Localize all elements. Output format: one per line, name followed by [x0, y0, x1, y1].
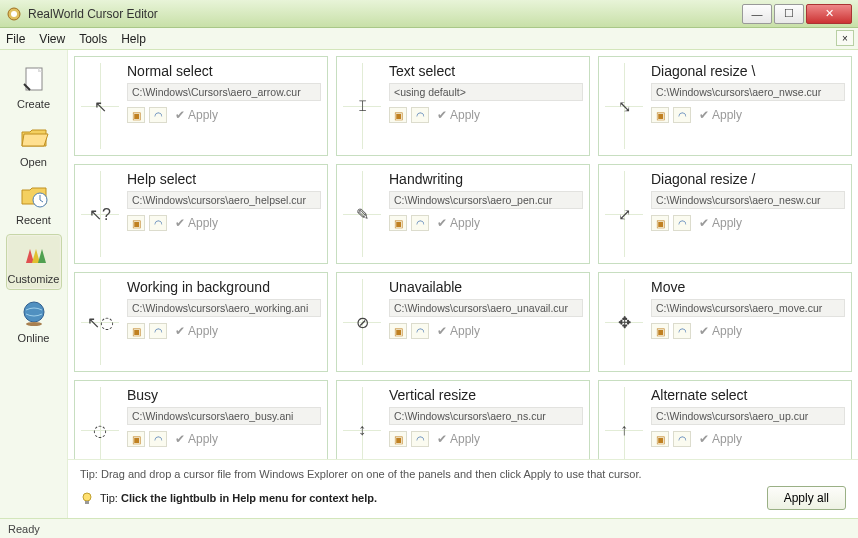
apply-button[interactable]: ✔ Apply	[175, 108, 218, 122]
apply-button[interactable]: ✔ Apply	[175, 216, 218, 230]
reset-icon[interactable]: ◠	[149, 431, 167, 447]
cursor-path[interactable]: C:\Windows\cursors\aero_helpsel.cur	[127, 191, 321, 209]
check-icon: ✔	[437, 108, 447, 122]
cursor-panel[interactable]: ✎ Handwriting C:\Windows\cursors\aero_pe…	[336, 164, 590, 264]
cursor-panel[interactable]: ⤡ Diagonal resize \ C:\Windows\cursors\a…	[598, 56, 852, 156]
sidebar-label: Open	[20, 156, 47, 168]
menu-help[interactable]: Help	[121, 32, 146, 46]
apply-button[interactable]: ✔ Apply	[699, 108, 742, 122]
browse-icon[interactable]: ▣	[127, 107, 145, 123]
apply-button[interactable]: ✔ Apply	[175, 324, 218, 338]
close-button[interactable]: ✕	[806, 4, 852, 24]
menu-view[interactable]: View	[39, 32, 65, 46]
cursor-preview: ◌	[81, 387, 119, 459]
cursor-path[interactable]: C:\Windows\cursors\aero_up.cur	[651, 407, 845, 425]
cursor-panel[interactable]: ↖? Help select C:\Windows\cursors\aero_h…	[74, 164, 328, 264]
cursor-panel[interactable]: ✥ Move C:\Windows\cursors\aero_move.cur …	[598, 272, 852, 372]
apply-button[interactable]: ✔ Apply	[437, 432, 480, 446]
apply-button[interactable]: ✔ Apply	[437, 324, 480, 338]
browse-icon[interactable]: ▣	[651, 215, 669, 231]
reset-icon[interactable]: ◠	[673, 323, 691, 339]
sidebar-item-recent[interactable]: Recent	[6, 176, 62, 230]
apply-button[interactable]: ✔ Apply	[699, 324, 742, 338]
sidebar-item-create[interactable]: Create	[6, 60, 62, 114]
cursor-path[interactable]: C:\Windows\cursors\aero_nwse.cur	[651, 83, 845, 101]
cursor-path[interactable]: C:\Windows\cursors\aero_nesw.cur	[651, 191, 845, 209]
check-icon: ✔	[699, 324, 709, 338]
browse-icon[interactable]: ▣	[651, 431, 669, 447]
menu-file[interactable]: File	[6, 32, 25, 46]
cursor-path[interactable]: C:\Windows\cursors\aero_pen.cur	[389, 191, 583, 209]
cursor-path[interactable]: C:\Windows\cursors\aero_busy.ani	[127, 407, 321, 425]
cursor-preview: ✥	[605, 279, 643, 365]
reset-icon[interactable]: ◠	[411, 215, 429, 231]
app-icon	[6, 6, 22, 22]
cursor-path[interactable]: C:\Windows\cursors\aero_ns.cur	[389, 407, 583, 425]
sidebar-item-online[interactable]: Online	[6, 294, 62, 348]
cursor-preview: ⤢	[605, 171, 643, 257]
browse-icon[interactable]: ▣	[389, 431, 407, 447]
reset-icon[interactable]: ◠	[411, 431, 429, 447]
reset-icon[interactable]: ◠	[673, 431, 691, 447]
reset-icon[interactable]: ◠	[673, 215, 691, 231]
cursor-path[interactable]: C:\Windows\cursors\aero_working.ani	[127, 299, 321, 317]
check-icon: ✔	[175, 432, 185, 446]
cursor-glyph: ✥	[618, 313, 631, 332]
cursor-path[interactable]: C:\Windows\cursors\aero_unavail.cur	[389, 299, 583, 317]
cursor-panel[interactable]: 𝙸 Text select <using default> ▣ ◠ ✔ Appl…	[336, 56, 590, 156]
check-icon: ✔	[437, 324, 447, 338]
reset-icon[interactable]: ◠	[411, 323, 429, 339]
svg-rect-7	[85, 501, 89, 504]
cursor-glyph: ↕	[358, 421, 366, 439]
menu-tools[interactable]: Tools	[79, 32, 107, 46]
title-bar: RealWorld Cursor Editor — ☐ ✕	[0, 0, 858, 28]
apply-button[interactable]: ✔ Apply	[175, 432, 218, 446]
panel-title: Working in background	[127, 279, 321, 295]
cursor-panel[interactable]: ↖◌ Working in background C:\Windows\curs…	[74, 272, 328, 372]
cursor-path[interactable]: C:\Windows\cursors\aero_move.cur	[651, 299, 845, 317]
window-title: RealWorld Cursor Editor	[28, 7, 740, 21]
cursor-preview: ↕	[343, 387, 381, 459]
cursor-panel[interactable]: ⊘ Unavailable C:\Windows\cursors\aero_un…	[336, 272, 590, 372]
browse-icon[interactable]: ▣	[127, 215, 145, 231]
cursor-glyph: ⊘	[356, 313, 369, 332]
browse-icon[interactable]: ▣	[651, 323, 669, 339]
sidebar-label: Online	[18, 332, 50, 344]
cursor-panel[interactable]: ↕ Vertical resize C:\Windows\cursors\aer…	[336, 380, 590, 459]
browse-icon[interactable]: ▣	[389, 107, 407, 123]
reset-icon[interactable]: ◠	[149, 215, 167, 231]
reset-icon[interactable]: ◠	[673, 107, 691, 123]
cursor-panel[interactable]: ⤢ Diagonal resize / C:\Windows\cursors\a…	[598, 164, 852, 264]
cursor-glyph: ✎	[356, 205, 369, 224]
panel-title: Diagonal resize \	[651, 63, 845, 79]
apply-button[interactable]: ✔ Apply	[699, 216, 742, 230]
maximize-button[interactable]: ☐	[774, 4, 804, 24]
browse-icon[interactable]: ▣	[651, 107, 669, 123]
browse-icon[interactable]: ▣	[389, 323, 407, 339]
cursor-panel[interactable]: ↑ Alternate select C:\Windows\cursors\ae…	[598, 380, 852, 459]
apply-button[interactable]: ✔ Apply	[437, 216, 480, 230]
minimize-button[interactable]: —	[742, 4, 772, 24]
cursor-path[interactable]: C:\Windows\Cursors\aero_arrow.cur	[127, 83, 321, 101]
reset-icon[interactable]: ◠	[149, 323, 167, 339]
sidebar-item-open[interactable]: Open	[6, 118, 62, 172]
check-icon: ✔	[437, 432, 447, 446]
browse-icon[interactable]: ▣	[389, 215, 407, 231]
cursor-glyph: ⤢	[618, 205, 631, 224]
cursor-glyph: 𝙸	[357, 97, 368, 115]
cursor-glyph: ↖?	[89, 205, 111, 224]
sidebar-item-customize[interactable]: Customize	[6, 234, 62, 290]
close-tab-button[interactable]: ×	[836, 30, 854, 46]
reset-icon[interactable]: ◠	[149, 107, 167, 123]
apply-all-button[interactable]: Apply all	[767, 486, 846, 510]
reset-icon[interactable]: ◠	[411, 107, 429, 123]
panel-title: Vertical resize	[389, 387, 583, 403]
lightbulb-icon	[80, 491, 94, 505]
cursor-panel[interactable]: ◌ Busy C:\Windows\cursors\aero_busy.ani …	[74, 380, 328, 459]
cursor-panel[interactable]: ↖ Normal select C:\Windows\Cursors\aero_…	[74, 56, 328, 156]
browse-icon[interactable]: ▣	[127, 431, 145, 447]
apply-button[interactable]: ✔ Apply	[437, 108, 480, 122]
browse-icon[interactable]: ▣	[127, 323, 145, 339]
apply-button[interactable]: ✔ Apply	[699, 432, 742, 446]
cursor-path[interactable]: <using default>	[389, 83, 583, 101]
